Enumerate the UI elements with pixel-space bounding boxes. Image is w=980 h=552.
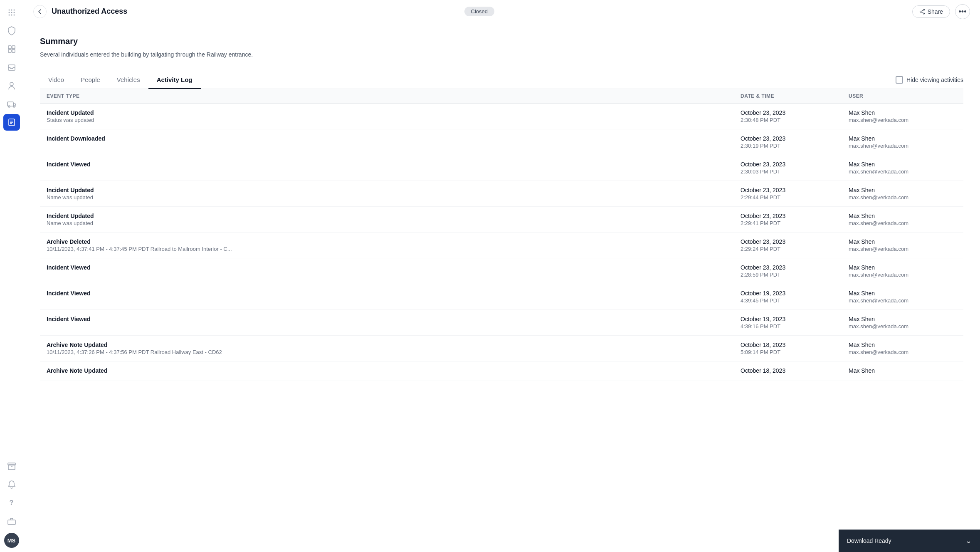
table-row: Incident Updated Status was updated Octo… (40, 104, 963, 129)
table-row: Incident Viewed October 23, 2023 2:28:59… (40, 258, 963, 284)
tab-vehicles[interactable]: Vehicles (109, 71, 148, 89)
svg-point-8 (13, 15, 15, 16)
svg-rect-12 (12, 50, 15, 52)
user-email: max.shen@verkada.com (849, 143, 957, 149)
col-user: User (849, 93, 957, 99)
tab-video[interactable]: Video (40, 71, 72, 89)
date-secondary: 2:30:19 PM PDT (741, 143, 849, 149)
user-cell: Max Shen max.shen@verkada.com (849, 109, 957, 123)
svg-point-6 (8, 15, 10, 16)
user-cell: Max Shen max.shen@verkada.com (849, 238, 957, 252)
tab-activity-log[interactable]: Activity Log (148, 71, 201, 89)
share-button[interactable]: Share (912, 5, 950, 18)
hide-viewing-toggle[interactable]: Hide viewing activities (896, 73, 963, 87)
date-primary: October 23, 2023 (741, 161, 849, 168)
event-cell: Incident Downloaded (47, 135, 741, 143)
user-cell: Max Shen max.shen@verkada.com (849, 213, 957, 226)
activity-log-table: Event Type Date & Time User Incident Upd… (40, 89, 963, 381)
download-ready-banner[interactable]: Download Ready ⌄ (839, 530, 980, 552)
svg-point-7 (11, 15, 12, 16)
svg-rect-23 (8, 463, 15, 465)
table-row: Incident Viewed October 23, 2023 2:30:03… (40, 155, 963, 181)
shield-icon[interactable] (3, 22, 20, 39)
user-email: max.shen@verkada.com (849, 297, 957, 304)
event-cell: Incident Viewed (47, 316, 741, 323)
user-cell: Max Shen (849, 367, 957, 375)
summary-heading: Summary (40, 37, 963, 46)
user-avatar[interactable]: MS (4, 533, 19, 548)
event-cell: Incident Viewed (47, 161, 741, 168)
table-row: Incident Downloaded October 23, 2023 2:3… (40, 129, 963, 155)
date-primary: October 23, 2023 (741, 187, 849, 193)
svg-point-27 (923, 13, 924, 14)
grid-dots-icon[interactable] (3, 4, 20, 21)
event-cell: Archive Note Updated 10/11/2023, 4:37:26… (47, 342, 741, 355)
help-icon[interactable]: ? (3, 495, 20, 511)
svg-rect-11 (8, 50, 11, 52)
date-primary: October 19, 2023 (741, 290, 849, 297)
svg-line-30 (921, 12, 923, 13)
user-email: max.shen@verkada.com (849, 323, 957, 329)
date-cell: October 23, 2023 2:30:48 PM PDT (741, 109, 849, 123)
user-name: Max Shen (849, 109, 957, 116)
event-detail-label: 10/11/2023, 4:37:41 PM - 4:37:45 PM PDT … (47, 246, 246, 252)
activity-log-icon[interactable] (3, 114, 20, 131)
app-launcher[interactable]: ? MS (0, 0, 23, 552)
col-event-type: Event Type (47, 93, 741, 99)
event-cell: Incident Updated Name was updated (47, 187, 741, 201)
date-cell: October 23, 2023 2:30:03 PM PDT (741, 161, 849, 175)
bell-icon[interactable] (3, 476, 20, 493)
svg-rect-15 (7, 102, 13, 106)
event-type-label: Archive Deleted (47, 238, 741, 245)
svg-point-16 (8, 106, 10, 107)
user-cell: Max Shen max.shen@verkada.com (849, 135, 957, 149)
event-cell: Incident Viewed (47, 264, 741, 272)
date-secondary: 2:29:44 PM PDT (741, 194, 849, 201)
date-primary: October 19, 2023 (741, 316, 849, 322)
more-options-button[interactable]: ••• (955, 4, 970, 19)
date-secondary: 4:39:16 PM PDT (741, 323, 849, 329)
dashboard-icon[interactable] (3, 41, 20, 57)
date-cell: October 19, 2023 4:39:16 PM PDT (741, 316, 849, 329)
hide-viewing-checkbox[interactable] (896, 76, 903, 84)
event-cell: Archive Deleted 10/11/2023, 4:37:41 PM -… (47, 238, 741, 252)
date-secondary: 2:29:24 PM PDT (741, 246, 849, 252)
event-type-label: Incident Updated (47, 187, 741, 193)
user-name: Max Shen (849, 290, 957, 297)
tab-people[interactable]: People (72, 71, 109, 89)
table-row: Archive Note Updated 10/11/2023, 4:37:26… (40, 336, 963, 361)
svg-rect-10 (12, 46, 15, 49)
event-type-label: Incident Updated (47, 213, 741, 219)
date-primary: October 23, 2023 (741, 264, 849, 271)
inbox-icon[interactable] (3, 59, 20, 76)
archive-icon[interactable] (3, 458, 20, 475)
date-cell: October 23, 2023 2:29:41 PM PDT (741, 213, 849, 226)
date-cell: October 19, 2023 4:39:45 PM PDT (741, 290, 849, 304)
event-cell: Archive Note Updated (47, 367, 741, 375)
user-cell: Max Shen max.shen@verkada.com (849, 290, 957, 304)
user-email: max.shen@verkada.com (849, 168, 957, 175)
user-email: max.shen@verkada.com (849, 194, 957, 201)
download-ready-label: Download Ready (847, 537, 891, 544)
table-row: Archive Deleted 10/11/2023, 4:37:41 PM -… (40, 233, 963, 258)
svg-rect-22 (8, 465, 15, 470)
person-pin-icon[interactable] (3, 77, 20, 94)
briefcase-icon[interactable] (3, 513, 20, 530)
table-header: Event Type Date & Time User (40, 89, 963, 104)
date-secondary: 2:29:41 PM PDT (741, 220, 849, 226)
user-email: max.shen@verkada.com (849, 246, 957, 252)
user-name: Max Shen (849, 238, 957, 245)
truck-icon[interactable] (3, 96, 20, 112)
table-row: Incident Updated Name was updated Octobe… (40, 207, 963, 233)
table-row: Incident Updated Name was updated Octobe… (40, 181, 963, 207)
user-cell: Max Shen max.shen@verkada.com (849, 316, 957, 329)
date-primary: October 23, 2023 (741, 135, 849, 142)
event-cell: Incident Updated Status was updated (47, 109, 741, 123)
date-cell: October 23, 2023 2:28:59 PM PDT (741, 264, 849, 278)
back-button[interactable] (33, 5, 47, 18)
date-cell: October 23, 2023 2:30:19 PM PDT (741, 135, 849, 149)
user-name: Max Shen (849, 342, 957, 348)
table-body: Incident Updated Status was updated Octo… (40, 104, 963, 381)
date-secondary: 4:39:45 PM PDT (741, 297, 849, 304)
table-row: Incident Viewed October 19, 2023 4:39:16… (40, 310, 963, 336)
